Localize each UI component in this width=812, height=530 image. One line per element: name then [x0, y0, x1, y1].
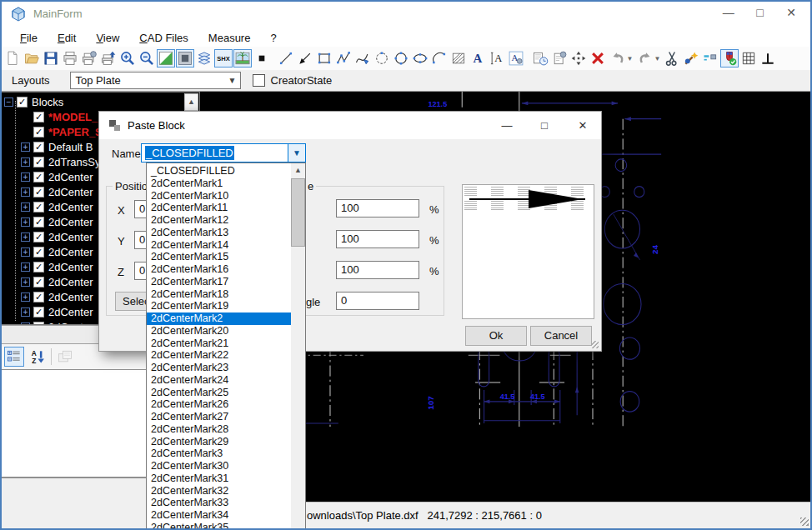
tree-checkbox[interactable]: ✓ — [33, 247, 44, 258]
dropdown-item[interactable]: 2dCenterMark28 — [147, 423, 291, 436]
dropdown-item[interactable]: 2dCenterMark24 — [147, 374, 291, 387]
tree-checkbox[interactable]: ✓ — [17, 97, 28, 108]
dropdown-item[interactable]: 2dCenterMark29 — [147, 436, 291, 448]
draw-rectangle-icon[interactable] — [315, 49, 333, 68]
menu-item-cad-files[interactable]: CAD Files — [129, 30, 198, 46]
background-icon[interactable] — [176, 49, 194, 68]
dropdown-item[interactable]: 2dCenterMark34 — [147, 509, 291, 522]
print-icon[interactable] — [61, 49, 79, 68]
expand-icon[interactable]: + — [21, 262, 30, 272]
menu-item-?[interactable]: ? — [260, 30, 286, 46]
dropdown-item[interactable]: 2dCenterMark22 — [147, 349, 291, 362]
color-swatch-icon[interactable] — [253, 49, 271, 68]
expand-icon[interactable]: + — [21, 248, 30, 257]
expand-icon[interactable]: + — [21, 292, 30, 302]
tree-checkbox[interactable]: ✓ — [33, 307, 44, 318]
dropdown-item[interactable]: 2dCenterMark13 — [147, 227, 291, 239]
text-style-icon[interactable]: A — [507, 49, 525, 68]
dropdown-item[interactable]: 2dCenterMark23 — [147, 362, 291, 374]
expand-icon[interactable]: + — [21, 218, 30, 227]
dropdown-item[interactable]: 2dCenterMark20 — [147, 325, 291, 338]
tree-item[interactable]: +✓2dCenter — [21, 214, 93, 229]
creatorstate-checkbox[interactable] — [253, 74, 265, 87]
zoom-extents-icon[interactable] — [569, 49, 588, 68]
draw-ellipse-icon[interactable] — [411, 49, 429, 68]
angle-field[interactable]: 0 — [336, 292, 419, 310]
dropdown-item[interactable]: 2dCenterMark21 — [147, 338, 291, 350]
snap-icon[interactable] — [720, 49, 739, 68]
dialog-resize-grip[interactable] — [591, 341, 599, 348]
expand-icon[interactable]: + — [21, 232, 30, 242]
dropdown-item[interactable]: 2dCenterMark17 — [147, 276, 291, 288]
zoom-out-icon[interactable] — [138, 49, 156, 68]
block-name-combobox[interactable]: _CLOSEDFILLED ▼ — [141, 143, 306, 162]
tree-checkbox[interactable]: ✓ — [33, 202, 44, 212]
draw-spline-icon[interactable] — [353, 49, 372, 68]
print-export-icon[interactable] — [99, 49, 118, 68]
tree-checkbox[interactable]: ✓ — [33, 112, 44, 122]
tree-checkbox[interactable]: ✓ — [33, 157, 44, 168]
redo-icon[interactable]: ▼ — [635, 49, 662, 68]
tree-item[interactable]: +✓2dCenter — [21, 229, 93, 244]
block-time-icon[interactable] — [531, 49, 549, 68]
menu-item-measure[interactable]: Measure — [198, 30, 261, 46]
menu-item-view[interactable]: View — [86, 30, 129, 46]
draw-polyline-icon[interactable] — [334, 49, 353, 68]
tree-checkbox[interactable]: ✓ — [33, 232, 44, 242]
expand-icon[interactable]: + — [21, 278, 30, 287]
tree-item[interactable]: +✓2dCenter — [21, 259, 93, 274]
text-icon[interactable]: A — [469, 49, 487, 68]
expand-icon[interactable]: + — [21, 158, 30, 167]
scrollbar-thumb[interactable] — [291, 178, 305, 247]
tree-checkbox[interactable]: ✓ — [33, 172, 44, 182]
dropdown-item[interactable]: 2dCenterMark2 — [147, 312, 291, 325]
coordinates-icon[interactable] — [701, 49, 719, 68]
window-maximize-button[interactable]: □ — [745, 2, 774, 23]
dropdown-item[interactable]: 2dCenterMark15 — [147, 251, 291, 263]
dropdown-item[interactable]: 2dCenterMark27 — [147, 411, 291, 423]
tree-item[interactable]: +✓Default B — [21, 139, 93, 154]
paste-block-icon[interactable] — [550, 49, 569, 68]
dialog-maximize-button[interactable]: □ — [532, 117, 557, 135]
scroll-up-icon[interactable]: ▲ — [184, 93, 198, 111]
scale-z-field[interactable]: 100 — [336, 261, 419, 279]
grid-icon[interactable] — [739, 49, 758, 68]
dialog-title-bar[interactable]: Paste Block — [99, 112, 601, 139]
print-setup-icon[interactable] — [80, 49, 98, 68]
tree-checkbox[interactable]: ✓ — [33, 277, 44, 288]
tree-item[interactable]: +✓2dCenter — [21, 274, 93, 289]
tree-checkbox[interactable]: ✓ — [33, 142, 44, 152]
dropdown-item[interactable]: 2dCenterMark3 — [147, 448, 291, 460]
tree-item[interactable]: +✓2dCenter — [21, 199, 93, 214]
dropdown-item[interactable]: 2dCenterMark10 — [147, 190, 291, 202]
dropdown-item[interactable]: 2dCenterMark11 — [147, 202, 291, 214]
tree-checkbox[interactable]: ✓ — [33, 127, 44, 138]
window-close-button[interactable]: ✕ — [777, 2, 805, 23]
tree-item[interactable]: +✓2dCenter — [21, 184, 93, 199]
collapse-icon[interactable]: − — [4, 98, 13, 107]
draw-cloud-icon[interactable] — [373, 49, 391, 68]
chevron-down-icon[interactable]: ▼ — [288, 144, 305, 162]
tree-item[interactable]: +✓2dCenter — [21, 169, 93, 184]
scale-y-field[interactable]: 100 — [336, 230, 419, 248]
dropdown-item[interactable]: 2dCenterMark33 — [147, 497, 291, 509]
dropdown-item[interactable]: 2dCenterMark35 — [147, 522, 291, 530]
categorized-icon[interactable] — [4, 347, 24, 367]
zoom-in-icon[interactable] — [118, 49, 137, 68]
draw-line-icon[interactable] — [277, 49, 295, 68]
draw-arc-icon[interactable] — [430, 49, 449, 68]
fit-view-icon[interactable] — [157, 49, 175, 68]
window-minimize-button[interactable]: — — [714, 2, 743, 23]
cut-icon[interactable] — [663, 49, 681, 68]
expand-icon[interactable]: + — [21, 188, 30, 197]
undo-icon[interactable]: ▼ — [608, 49, 634, 68]
dropdown-item[interactable]: _CLOSEDFILLED — [147, 165, 291, 178]
save-icon[interactable] — [42, 49, 60, 68]
expand-icon[interactable]: + — [21, 308, 30, 317]
tree-item[interactable]: +✓2dCenter — [21, 304, 93, 319]
new-file-icon[interactable] — [3, 49, 22, 68]
dropdown-item[interactable]: 2dCenterMark1 — [147, 178, 291, 190]
scroll-up-icon[interactable]: ▲ — [291, 163, 305, 178]
paste-special-icon[interactable] — [682, 49, 700, 68]
tree-item[interactable]: ✓*PAPER_S — [21, 124, 103, 139]
